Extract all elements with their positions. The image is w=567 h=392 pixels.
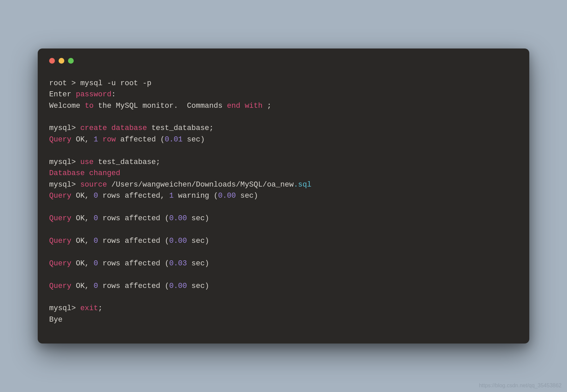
terminal-token: mysql> [49, 124, 80, 132]
terminal-token: sec) [187, 259, 209, 268]
watermark-text: https://blog.csdn.net/qq_35453862 [479, 383, 562, 389]
terminal-token: sec) [182, 135, 205, 144]
terminal-token: 0.00 [169, 237, 187, 245]
terminal-token: 0.00 [169, 214, 187, 223]
terminal-line: Enter [49, 90, 76, 99]
terminal-token: OK, [71, 259, 94, 268]
terminal-token: rows affected ( [98, 259, 169, 268]
terminal-token: 1 [94, 135, 98, 144]
terminal-token: rows affected ( [98, 214, 169, 223]
terminal-line: root > mysql -u root -p [49, 79, 152, 88]
terminal-token: ; [98, 304, 102, 313]
terminal-token: sec) [236, 192, 258, 200]
terminal-token: Query [49, 135, 71, 144]
terminal-token: 0 [94, 282, 98, 290]
terminal-token: create [80, 124, 107, 132]
terminal-token: database [111, 124, 147, 132]
terminal-token: changed [89, 169, 120, 177]
terminal-token [98, 135, 102, 144]
terminal-token: test_database; [94, 158, 160, 166]
terminal-token: with [245, 102, 263, 110]
terminal-token: rows affected, [98, 192, 169, 200]
close-icon[interactable] [49, 58, 55, 64]
terminal-token: exit [80, 304, 98, 313]
terminal-token: 0 [94, 259, 98, 268]
terminal-token: 0.00 [169, 282, 187, 290]
terminal-token: row [102, 135, 116, 144]
terminal-token: warning ( [174, 192, 218, 200]
terminal-token: OK, [71, 282, 94, 290]
maximize-icon[interactable] [68, 58, 74, 64]
terminal-token: 0.00 [218, 192, 236, 200]
terminal-window: root > mysql -u root -p Enter password: … [38, 48, 529, 344]
terminal-token [107, 124, 111, 132]
terminal-token: Welcome [49, 102, 85, 110]
terminal-token: OK, [71, 135, 94, 144]
terminal-token: /Users/wangweichen/Downloads/MySQL/oa_ne… [107, 181, 294, 189]
terminal-line: Bye [49, 316, 63, 324]
terminal-token: mysql> [49, 158, 80, 166]
terminal-token: use [80, 158, 94, 166]
terminal-token: 0 [94, 214, 98, 223]
terminal-token: rows affected ( [98, 237, 169, 245]
terminal-token: rows affected ( [98, 282, 169, 290]
terminal-token: sec) [187, 282, 209, 290]
terminal-output: root > mysql -u root -p Enter password: … [49, 78, 518, 326]
terminal-token: ; [263, 102, 271, 110]
terminal-token: the MySQL monitor. Commands [94, 102, 227, 110]
terminal-token [240, 102, 245, 110]
terminal-token: 0 [94, 192, 98, 200]
terminal-token: Query [49, 237, 71, 245]
terminal-token: .sql [294, 181, 311, 189]
terminal-token: OK, [71, 214, 94, 223]
terminal-token: OK, [71, 237, 94, 245]
terminal-token: source [80, 181, 107, 189]
terminal-token: : [111, 90, 116, 99]
terminal-token: test_database; [147, 124, 213, 132]
terminal-token: mysql> [49, 181, 80, 189]
terminal-token [85, 169, 89, 177]
window-controls [49, 58, 518, 64]
terminal-token: end [227, 102, 240, 110]
terminal-token: Query [49, 259, 71, 268]
terminal-token: Database [49, 169, 85, 177]
terminal-token: 0.03 [169, 259, 187, 268]
terminal-token: 0.01 [165, 135, 182, 144]
terminal-token: to [85, 102, 94, 110]
terminal-token: password [76, 90, 111, 99]
terminal-token: sec) [187, 214, 209, 223]
terminal-token: Query [49, 192, 71, 200]
terminal-token: Query [49, 282, 71, 290]
terminal-token: 0 [94, 237, 98, 245]
terminal-token: OK, [71, 192, 94, 200]
terminal-token: mysql> [49, 304, 80, 313]
terminal-token: affected ( [116, 135, 165, 144]
terminal-token: sec) [187, 237, 209, 245]
terminal-token: Query [49, 214, 71, 223]
minimize-icon[interactable] [59, 58, 64, 64]
terminal-token: 1 [169, 192, 173, 200]
